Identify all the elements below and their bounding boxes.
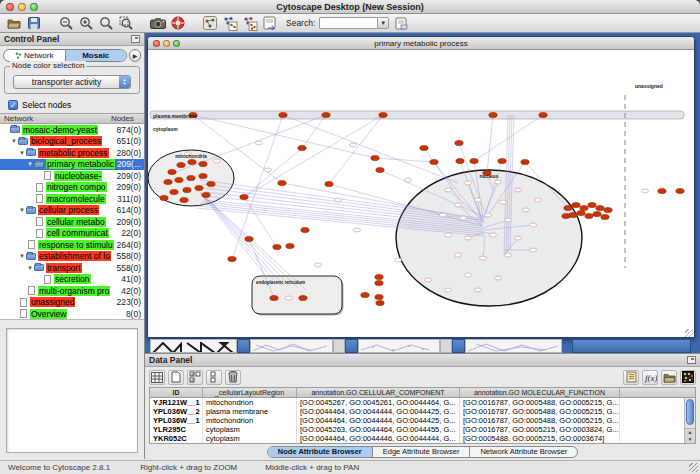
zoom-fit-icon[interactable] [98, 16, 114, 31]
network-node[interactable] [195, 185, 203, 190]
network-zoom-button[interactable] [173, 40, 180, 47]
network-node[interactable] [325, 181, 333, 186]
network-node[interactable] [456, 158, 464, 163]
network-node[interactable] [465, 181, 472, 185]
network-node[interactable] [460, 216, 467, 220]
network-node[interactable] [298, 145, 306, 150]
network-node[interactable] [676, 188, 684, 193]
network-node[interactable] [265, 168, 272, 172]
save-icon[interactable] [26, 16, 42, 31]
close-button[interactable] [6, 3, 14, 11]
table-row[interactable]: YKR052Ccytoplasm[GO:0044464, GO:0044446,… [150, 434, 695, 443]
network-node[interactable] [505, 253, 512, 257]
network-node[interactable] [585, 213, 593, 218]
network-node[interactable] [361, 292, 369, 297]
network-node[interactable] [604, 207, 612, 212]
table-scrollbar[interactable]: ▲▼ [684, 398, 695, 443]
network-node[interactable] [170, 189, 178, 194]
network-node[interactable] [375, 274, 383, 279]
network-node[interactable] [315, 263, 322, 267]
tree-row[interactable]: ▼primary metabolic209(... [0, 159, 144, 171]
network-node[interactable] [187, 175, 195, 180]
network-node[interactable] [273, 244, 281, 249]
tree-row[interactable]: ▼cellular process614(0) [0, 205, 144, 217]
table-row[interactable]: YPL036W__1mitochondrion[GO:0044464, GO:0… [150, 416, 695, 425]
network-node[interactable] [350, 143, 357, 147]
zoom-selected-icon[interactable] [118, 16, 134, 31]
network-node[interactable] [539, 112, 547, 117]
network-node[interactable] [425, 278, 432, 282]
network-node[interactable] [299, 295, 307, 300]
network-node[interactable] [440, 213, 447, 217]
attribute-editor-icon[interactable] [623, 370, 639, 385]
birdseye-overview[interactable] [6, 328, 138, 453]
disclosure-triangle-icon[interactable]: ▼ [26, 265, 34, 271]
network-node[interactable] [405, 178, 412, 182]
tree-row[interactable]: response to stimulu264(0) [0, 239, 144, 251]
network-node[interactable] [286, 296, 293, 300]
network-node[interactable] [160, 195, 168, 200]
minimized-window-titlebar[interactable] [572, 339, 691, 353]
network-node[interactable] [375, 280, 383, 285]
network-node[interactable] [485, 213, 492, 217]
network-node[interactable] [572, 202, 580, 207]
delete-attribute-icon[interactable] [225, 370, 241, 385]
network-node[interactable] [658, 188, 666, 193]
disclosure-triangle-icon[interactable]: ▼ [18, 150, 26, 156]
zoom-in-icon[interactable] [78, 16, 94, 31]
select-nodes-checkbox[interactable]: ✓ [8, 100, 18, 110]
network-node[interactable] [455, 140, 463, 145]
network-node[interactable] [535, 198, 542, 202]
network-node[interactable] [199, 161, 207, 166]
column-header-layout-region[interactable]: _cellularLayoutRegion [203, 388, 297, 397]
tab-node-attribute-browser[interactable]: Node Attribute Browser [268, 447, 372, 457]
network-node[interactable] [601, 214, 609, 219]
network-node[interactable] [523, 208, 530, 212]
open-folder-icon[interactable] [6, 16, 22, 31]
node-color-dropdown[interactable]: transporter activity ▲▼ [13, 75, 131, 89]
network-minimize-button[interactable] [163, 40, 170, 47]
scrollbar-arrows[interactable]: ▲▼ [685, 428, 695, 443]
network-node[interactable] [577, 210, 585, 215]
network-node[interactable] [455, 253, 462, 257]
search-dropdown-arrow[interactable]: ▼ [377, 17, 389, 29]
network-node[interactable] [465, 273, 472, 277]
network-close-button[interactable] [153, 40, 160, 47]
select-attributes-icon[interactable] [187, 370, 203, 385]
tree-row[interactable]: Overview8(0) [0, 308, 144, 320]
network-node[interactable] [515, 188, 522, 192]
new-attribute-icon[interactable] [168, 370, 184, 385]
network-node[interactable] [489, 112, 497, 117]
network-node[interactable] [564, 205, 572, 210]
network-node[interactable] [445, 233, 452, 237]
network-node[interactable] [521, 159, 529, 164]
network-node[interactable] [228, 256, 236, 261]
minimized-window-thumbnail[interactable] [250, 339, 333, 353]
network-node[interactable] [256, 141, 263, 145]
minimized-window-edge[interactable] [333, 339, 345, 353]
float-panel-icon[interactable] [687, 356, 696, 364]
network-node[interactable] [164, 179, 172, 184]
network-node[interactable] [278, 180, 286, 185]
minimized-window-thumbnail[interactable] [150, 339, 237, 353]
network-node[interactable] [495, 276, 502, 280]
table-row[interactable]: YLR295Ccytoplasm[GO:0045263, GO:0044464,… [150, 425, 695, 434]
disclosure-triangle-icon[interactable]: ▼ [26, 161, 34, 167]
network-node[interactable] [445, 288, 452, 292]
zoom-button[interactable] [30, 3, 38, 11]
network-node[interactable] [420, 145, 428, 150]
network-node[interactable] [530, 223, 537, 227]
network-node[interactable] [354, 228, 361, 232]
tree-row[interactable]: ▼establishment of lo558(0) [0, 251, 144, 263]
tab-network[interactable]: Network [4, 50, 65, 61]
tree-row[interactable]: macromolecule311(0) [0, 193, 144, 205]
network-node[interactable] [395, 258, 402, 262]
minimized-window-titlebar[interactable] [452, 339, 465, 353]
tree-row[interactable]: ▼transport558(0) [0, 262, 144, 274]
network-node[interactable] [180, 197, 188, 202]
network-node[interactable] [596, 205, 604, 210]
network-node[interactable] [322, 112, 330, 117]
network-node[interactable] [245, 236, 253, 241]
disclosure-triangle-icon[interactable]: ▼ [18, 253, 26, 259]
network-node[interactable] [500, 200, 507, 204]
